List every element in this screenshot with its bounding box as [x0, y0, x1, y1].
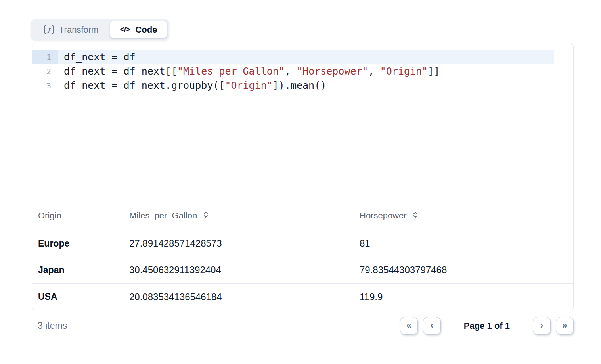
cell-horsepower: 81	[360, 238, 573, 249]
code-text: df_next = df_next[["Miles_per_Gallon", "…	[58, 64, 554, 79]
code-line: 1df_next = df	[32, 50, 573, 64]
code-lines: 1df_next = df2df_next = df_next[["Miles_…	[32, 50, 573, 93]
cell-horsepower: 119.9	[360, 291, 573, 303]
code-segment: ]]	[428, 65, 440, 77]
string-literal: "Origin"	[225, 80, 272, 91]
code-editor[interactable]: 1df_next = df2df_next = df_next[["Miles_…	[32, 43, 574, 201]
cell-origin: Europe	[38, 238, 129, 249]
last-page-button[interactable]: »	[556, 317, 574, 335]
tab-transform-label: Transform	[59, 25, 98, 35]
main-content: ƒ Transform </> Code 1df_next = df2df_ne…	[32, 19, 574, 335]
column-header-label: Miles_per_Gallon	[129, 211, 197, 221]
gutter-divider	[58, 43, 58, 201]
line-number: 1	[32, 50, 58, 64]
string-literal: "Miles_per_Gallon"	[177, 65, 285, 77]
tab-transform[interactable]: ƒ Transform	[33, 21, 109, 38]
result-table: OriginMiles_per_GallonHorsepower Europe2…	[32, 201, 574, 310]
string-literal: "Horsepower"	[297, 65, 368, 77]
cell-origin: USA	[38, 291, 129, 302]
table-row: Europe27.89142857142857381	[32, 230, 573, 257]
cell-miles-per-gallon: 30.450632911392404	[129, 264, 360, 276]
cell-horsepower: 79.83544303797468	[360, 264, 573, 276]
cell-origin: Japan	[38, 265, 129, 276]
cell-miles-per-gallon: 27.891428571428573	[129, 238, 360, 249]
table-footer: 3 items « ‹ Page 1 of 1 › »	[32, 317, 574, 335]
table-body: Europe27.89142857142857381Japan30.450632…	[32, 230, 573, 310]
line-number: 3	[32, 79, 58, 93]
table-row: USA20.083534136546184119.9	[32, 284, 573, 310]
sort-icon	[413, 211, 418, 221]
code-segment: ,	[285, 65, 297, 77]
items-count: 3 items	[38, 320, 67, 331]
code-text: df_next = df	[58, 50, 554, 64]
previous-page-button[interactable]: ‹	[423, 317, 441, 335]
function-icon: ƒ	[44, 25, 54, 34]
code-segment: ,	[368, 65, 380, 77]
column-header-miles_per_gallon[interactable]: Miles_per_Gallon	[129, 211, 360, 221]
first-page-button[interactable]: «	[400, 317, 418, 335]
page-indicator: Page 1 of 1	[464, 321, 510, 331]
table-header-row: OriginMiles_per_GallonHorsepower	[32, 201, 573, 230]
cell-miles-per-gallon: 20.083534136546184	[129, 291, 360, 303]
code-text: df_next = df_next.groupby(["Origin"]).me…	[58, 79, 554, 93]
column-header-horsepower[interactable]: Horsepower	[360, 211, 573, 221]
code-icon: </>	[120, 25, 130, 34]
code-segment: df_next = df_next[[	[64, 65, 177, 77]
column-header-origin: Origin	[38, 211, 129, 221]
code-segment: df_next = df_next.groupby([	[64, 80, 225, 91]
tab-code-label: Code	[135, 25, 157, 35]
code-segment: ]).mean()	[273, 80, 326, 91]
sort-icon	[203, 211, 209, 221]
line-number: 2	[32, 64, 58, 79]
code-line: 3df_next = df_next.groupby(["Origin"]).m…	[32, 79, 573, 93]
next-page-button[interactable]: ›	[533, 317, 551, 335]
string-literal: "Origin"	[380, 65, 428, 77]
column-header-label: Horsepower	[360, 211, 407, 221]
column-header-label: Origin	[38, 211, 61, 221]
code-line: 2df_next = df_next[["Miles_per_Gallon", …	[32, 64, 573, 79]
code-segment: df_next = df	[64, 51, 136, 63]
view-toggle: ƒ Transform </> Code	[31, 19, 169, 40]
table-row: Japan30.45063291139240479.83544303797468	[32, 257, 573, 284]
pagination: « ‹ Page 1 of 1 › »	[400, 317, 574, 335]
tab-code[interactable]: </> Code	[109, 21, 167, 38]
